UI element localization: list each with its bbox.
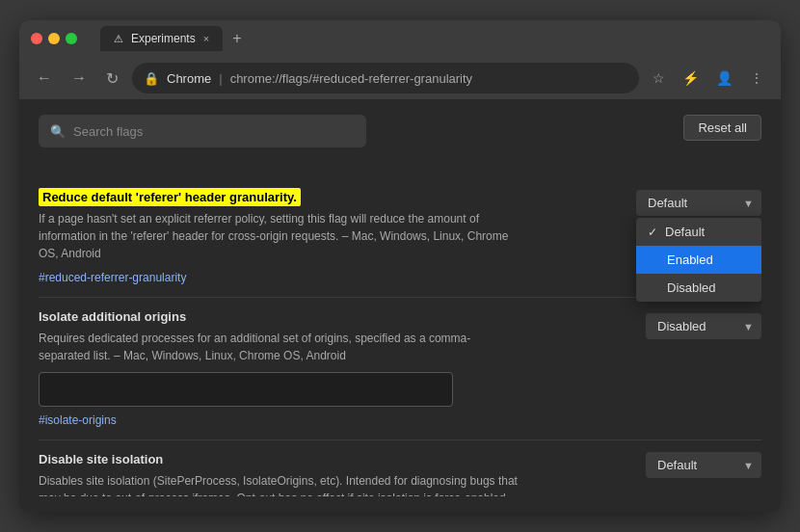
dropdown-option-disabled[interactable]: Disabled: [636, 274, 761, 302]
flag-link-isolate-origins[interactable]: #isolate-origins: [39, 413, 117, 427]
flag-desc-reduced-referrer: If a page hasn't set an explicit referre…: [39, 210, 520, 262]
dropdown-reduced-referrer[interactable]: Default ▼ Default Enabled Disabled: [636, 190, 761, 216]
back-button[interactable]: ←: [31, 66, 58, 91]
avatar-button[interactable]: 👤: [710, 66, 738, 90]
flag-item-isolate-origins: Isolate additional origins Requires dedi…: [39, 298, 761, 440]
lock-icon: 🔒: [144, 71, 159, 86]
flags-list: Reduce default 'referer' header granular…: [39, 178, 761, 496]
traffic-lights: [31, 33, 77, 44]
active-tab[interactable]: ⚠ Experiments ×: [100, 26, 223, 51]
dropdown-trigger[interactable]: Default ▼: [636, 190, 761, 216]
chevron-down-icon-2: ▼: [743, 321, 754, 332]
chevron-down-icon: ▼: [743, 198, 754, 209]
flag-desc-disable-site-isolation: Disables site isolation (SitePerProcess,…: [39, 472, 520, 496]
flag-control-isolate-origins: Disabled ▼: [646, 313, 761, 339]
search-icon: 🔍: [50, 124, 66, 139]
flag-desc-isolate-origins: Requires dedicated processes for an addi…: [39, 330, 520, 364]
dropdown-selected-value-2: Disabled: [657, 319, 707, 333]
chevron-down-icon-3: ▼: [743, 460, 754, 471]
flag-highlighted-title: Reduce default 'referer' header granular…: [39, 188, 301, 206]
flag-link-reduced-referrer[interactable]: #reduced-referrer-granularity: [39, 271, 186, 284]
menu-button[interactable]: ⋮: [744, 66, 769, 90]
browser-window: ⚠ Experiments × + ← → ↻ 🔒 Chrome | chrom…: [19, 20, 781, 512]
navbar: ← → ↻ 🔒 Chrome | chrome://flags/#reduced…: [19, 57, 781, 99]
address-divider: |: [219, 71, 222, 86]
content-area: 🔍 Search flags Reset all Reduce default …: [19, 99, 781, 512]
address-bar[interactable]: 🔒 Chrome | chrome://flags/#reduced-refer…: [132, 63, 639, 93]
dropdown-selected-value: Default: [648, 196, 687, 210]
search-bar[interactable]: 🔍 Search flags: [39, 115, 366, 147]
flag-item-reduced-referrer: Reduce default 'referer' header granular…: [39, 178, 761, 298]
new-tab-button[interactable]: +: [227, 30, 247, 47]
tab-warning-icon: ⚠: [114, 33, 123, 45]
refresh-button[interactable]: ↻: [100, 66, 124, 92]
isolate-origins-input[interactable]: [39, 372, 453, 407]
dropdown-disable-site-isolation[interactable]: Default ▼: [646, 452, 761, 478]
address-url: chrome://flags/#reduced-referrer-granula…: [230, 71, 472, 86]
minimize-button[interactable]: [48, 33, 60, 44]
flag-control-disable-site-isolation: Default ▼: [646, 452, 761, 496]
extensions-button[interactable]: ⚡: [677, 66, 705, 90]
dropdown-option-enabled[interactable]: Enabled: [636, 246, 761, 274]
reset-all-button[interactable]: Reset all: [683, 115, 761, 141]
flag-control-reduced-referrer: Default ▼ Default Enabled Disabled: [636, 190, 761, 216]
dropdown-option-default[interactable]: Default: [636, 218, 761, 246]
dropdown-selected-value-3: Default: [657, 458, 697, 472]
dropdown-trigger-3[interactable]: Default ▼: [646, 452, 761, 478]
tab-close-button[interactable]: ×: [203, 33, 209, 44]
nav-actions: ☆ ⚡ 👤 ⋮: [647, 66, 769, 90]
search-placeholder: Search flags: [73, 124, 143, 139]
tab-title: Experiments: [131, 32, 196, 45]
maximize-button[interactable]: [66, 33, 77, 44]
titlebar: ⚠ Experiments × +: [19, 20, 781, 57]
dropdown-isolate-origins[interactable]: Disabled ▼: [646, 313, 761, 339]
star-button[interactable]: ☆: [647, 66, 671, 90]
dropdown-menu-reduced-referrer: Default Enabled Disabled: [636, 218, 761, 302]
tab-area: ⚠ Experiments × +: [100, 26, 247, 51]
address-brand: Chrome: [167, 71, 211, 86]
close-button[interactable]: [31, 33, 42, 44]
flag-item-disable-site-isolation: Disable site isolation Disables site iso…: [39, 440, 761, 496]
dropdown-trigger-2[interactable]: Disabled ▼: [646, 313, 761, 339]
forward-button[interactable]: →: [66, 66, 93, 91]
